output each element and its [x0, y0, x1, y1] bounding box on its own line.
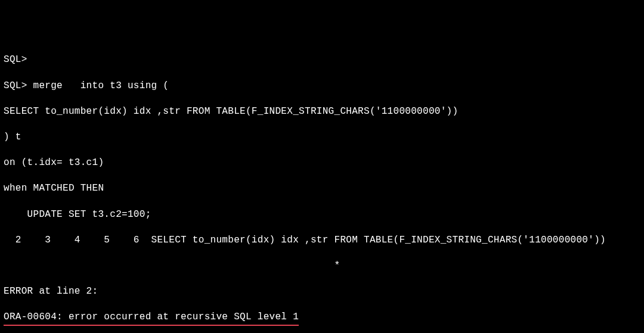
terminal-line: SQL> merge into t3 using (	[4, 80, 640, 93]
terminal-line: ) t	[4, 131, 640, 144]
terminal-line: 2 3 4 5 6 SELECT to_number(idx) idx ,str…	[4, 234, 640, 247]
terminal-line: UPDATE SET t3.c2=100;	[4, 208, 640, 222]
terminal-line: on (t.idx= t3.c1)	[4, 157, 640, 170]
terminal-line: when MATCHED THEN	[4, 182, 640, 195]
error-ora-00604: ORA-00604: error occurred at recursive S…	[4, 311, 299, 326]
terminal-line: SQL>	[4, 54, 640, 67]
terminal-line: ERROR at line 2:	[4, 285, 640, 298]
terminal-line: SELECT to_number(idx) idx ,str FROM TABL…	[4, 105, 640, 119]
terminal-line: *	[4, 260, 640, 273]
